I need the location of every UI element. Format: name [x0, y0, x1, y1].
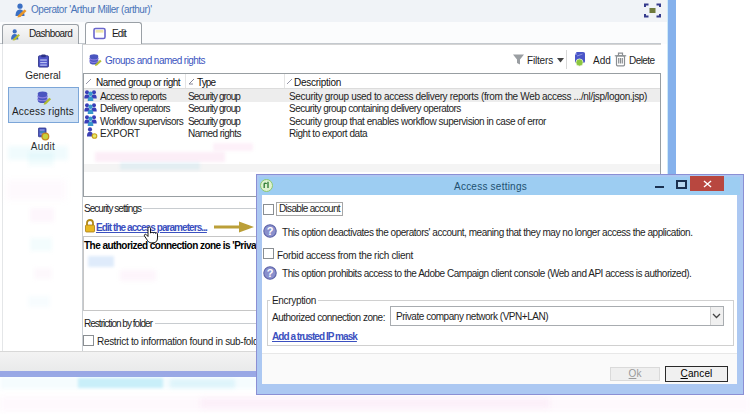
svg-text:?: ?: [267, 267, 274, 279]
svg-text:?: ?: [267, 225, 274, 237]
